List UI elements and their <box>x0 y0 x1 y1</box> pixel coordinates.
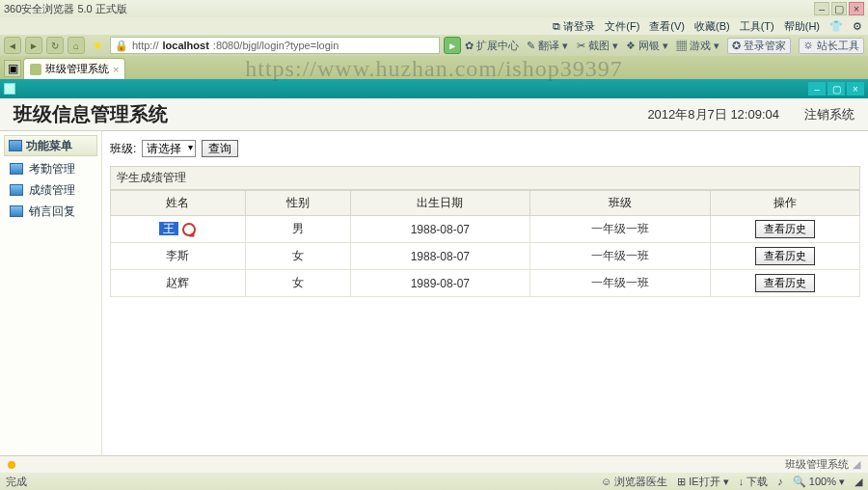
table-row[interactable]: 王 男 1988-08-07 一年级一班 查看历史 <box>111 216 860 243</box>
nav-extensions[interactable]: ✿ 扩展中心 <box>465 39 519 53</box>
address-bar[interactable]: 🔒 http://localhost:8080/bjgl/login?type=… <box>110 37 440 54</box>
th-ops: 操作 <box>710 191 859 216</box>
th-birth: 出生日期 <box>350 191 529 216</box>
menu-cog-icon[interactable]: ⚙ <box>853 20 862 33</box>
resize-grip-icon[interactable]: ◢ <box>853 458 860 471</box>
cell-name: 李斯 <box>111 243 246 270</box>
inner-minimize[interactable]: – <box>808 82 826 95</box>
go-button[interactable]: ► <box>444 37 461 54</box>
window-controls: – ▢ × <box>814 2 864 15</box>
window-title: 360安全浏览器 5.0 正式版 <box>4 2 127 16</box>
view-history-button[interactable]: 查看历史 <box>755 220 815 238</box>
nav-snapshot[interactable]: ✂ 截图 ▾ <box>577 39 618 53</box>
menu-tools[interactable]: 工具(T) <box>740 19 774 34</box>
menu-help[interactable]: 帮助(H) <box>784 19 820 34</box>
cell-gender: 女 <box>245 243 350 270</box>
menu-file[interactable]: 文件(F) <box>605 19 639 34</box>
query-label: 班级: <box>110 141 136 157</box>
maximize-button[interactable]: ▢ <box>831 2 847 15</box>
status-download[interactable]: ↓ 下载 <box>739 475 769 489</box>
reload-button[interactable]: ↻ <box>46 37 64 54</box>
view-history-button[interactable]: 查看历史 <box>755 247 815 265</box>
status-ie-open[interactable]: ⊞ IE打开 ▾ <box>677 475 729 489</box>
inner-window-controls: – ▢ × <box>808 82 864 95</box>
th-class: 班级 <box>530 191 710 216</box>
inner-close[interactable]: × <box>847 82 864 95</box>
url-rest: :8080/bjgl/login?type=login <box>213 40 339 51</box>
minimize-button[interactable]: – <box>814 2 829 15</box>
lock-icon: 🔒 <box>115 40 128 52</box>
status-sound[interactable]: ♪ <box>777 476 783 487</box>
th-gender: 性别 <box>245 191 350 216</box>
sidebar-item-label: 考勤管理 <box>29 161 75 177</box>
menu-login[interactable]: ⧉ 请登录 <box>553 19 595 34</box>
status-dot-icon <box>8 461 15 469</box>
app-header: 班级信息管理系统 2012年8月7日 12:09:04 注销系统 <box>0 98 868 131</box>
tab-active[interactable]: 班级管理系统 × <box>23 58 125 79</box>
nav-translate[interactable]: ✎ 翻译 ▾ <box>527 39 568 53</box>
nav-bar: ◄ ► ↻ ⌂ ★ 🔒 http://localhost:8080/bjgl/l… <box>0 35 868 56</box>
sidebar-item-attendance[interactable]: 考勤管理 <box>0 158 101 179</box>
tab-favicon <box>30 64 41 75</box>
sidebar-item-label: 销言回复 <box>29 204 75 220</box>
new-tab-button[interactable]: ▣ <box>4 60 21 77</box>
cell-birth: 1989-08-07 <box>350 270 529 297</box>
browser-status-bar: 完成 ☺ 浏览器医生 ⊞ IE打开 ▾ ↓ 下载 ♪ 🔍 100% ▾ ◢ <box>0 473 868 490</box>
inner-maximize[interactable]: ▢ <box>827 82 845 95</box>
cell-class: 一年级一班 <box>530 270 710 297</box>
sidebar-item-score[interactable]: 成绩管理 <box>0 179 101 201</box>
menu-bar: ⧉ 请登录 文件(F) 查看(V) 收藏(B) 工具(T) 帮助(H) 👕 ⚙ <box>0 17 868 35</box>
menu-skin-icon[interactable]: 👕 <box>829 20 843 33</box>
main-area: 功能菜单 考勤管理 成绩管理 销言回复 班级: 请选择 查询 学生成绩管理 姓名 <box>0 131 868 455</box>
status-resize-icon[interactable]: ◢ <box>854 476 862 488</box>
cell-name: 王 <box>111 216 246 243</box>
home-button[interactable]: ⌂ <box>68 37 85 54</box>
query-row: 班级: 请选择 查询 <box>110 137 860 160</box>
side-title-label: 功能菜单 <box>26 138 72 154</box>
cell-name: 赵辉 <box>111 270 246 297</box>
status-done: 完成 <box>6 475 27 489</box>
back-button[interactable]: ◄ <box>4 37 21 54</box>
th-name: 姓名 <box>111 191 246 216</box>
cell-birth: 1988-08-07 <box>350 216 529 243</box>
sidebar-item-label: 成绩管理 <box>29 182 75 199</box>
table-row[interactable]: 李斯 女 1988-08-07 一年级一班 查看历史 <box>111 243 860 270</box>
inner-doc-icon <box>4 83 15 95</box>
status-zoom[interactable]: 🔍 100% ▾ <box>793 476 845 488</box>
nav-game[interactable]: ▦ 游戏 ▾ <box>676 39 719 53</box>
forward-button[interactable]: ► <box>25 37 42 54</box>
nav-site-tool[interactable]: ⛭ 站长工具 <box>799 38 864 54</box>
score-table: 姓名 性别 出生日期 班级 操作 王 男 1988-08-07 一年级一班 查看… <box>110 190 860 297</box>
side-title: 功能菜单 <box>4 135 97 156</box>
logout-link[interactable]: 注销系统 <box>804 106 854 123</box>
cell-class: 一年级一班 <box>530 216 710 243</box>
menu-favorites[interactable]: 收藏(B) <box>694 19 730 34</box>
close-button[interactable]: × <box>849 2 864 15</box>
module-icon <box>10 184 23 196</box>
sidebar-item-reply[interactable]: 销言回复 <box>0 201 101 222</box>
query-button[interactable]: 查询 <box>202 140 238 157</box>
grid-caption: 学生成绩管理 <box>110 166 860 190</box>
view-history-button[interactable]: 查看历史 <box>755 274 815 292</box>
tab-close-icon[interactable]: × <box>113 64 119 75</box>
app-footer-text: 班级管理系统 <box>785 457 849 472</box>
cell-birth: 1988-08-07 <box>350 243 529 270</box>
status-doctor[interactable]: ☺ 浏览器医生 <box>601 475 667 489</box>
cell-gender: 男 <box>245 216 350 243</box>
favorite-star-icon[interactable]: ★ <box>89 37 106 54</box>
nav-login-mgr[interactable]: ✪ 登录管家 <box>727 38 791 54</box>
cell-class: 一年级一班 <box>530 243 710 270</box>
nav-netbank[interactable]: ❖ 网银 ▾ <box>626 39 668 53</box>
window-title-bar: 360安全浏览器 5.0 正式版 – ▢ × <box>0 0 868 17</box>
table-row[interactable]: 赵辉 女 1989-08-07 一年级一班 查看历史 <box>111 270 860 297</box>
app-title: 班级信息管理系统 <box>14 101 168 127</box>
table-header-row: 姓名 性别 出生日期 班级 操作 <box>111 191 860 216</box>
app-footer: 班级管理系统 ◢ <box>0 455 868 473</box>
class-select[interactable]: 请选择 <box>142 140 196 157</box>
url-host: localhost <box>163 40 209 51</box>
menu-view[interactable]: 查看(V) <box>649 19 685 34</box>
tab-label: 班级管理系统 <box>45 62 109 76</box>
side-panel: 功能菜单 考勤管理 成绩管理 销言回复 <box>0 131 102 455</box>
cursor-icon <box>182 223 196 236</box>
url-prefix: http:// <box>132 40 159 51</box>
